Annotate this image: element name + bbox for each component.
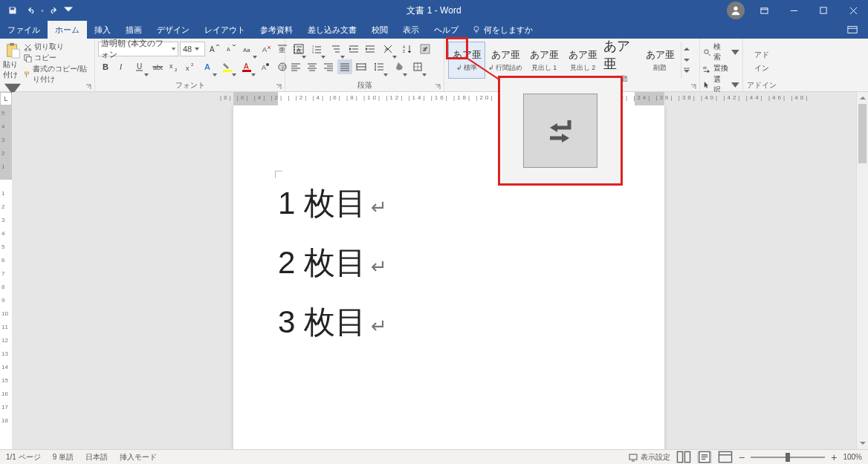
maximize-button[interactable] — [809, 0, 838, 21]
close-button[interactable] — [838, 0, 868, 21]
shrink-font-button[interactable]: A — [223, 42, 238, 56]
character-shading-button[interactable]: A — [257, 59, 272, 74]
superscript-button[interactable]: x2 — [183, 59, 198, 74]
tab-draw[interactable]: 描画 — [118, 21, 149, 39]
replace-button[interactable]: ab置換 — [703, 63, 739, 73]
scroll-down-button[interactable] — [857, 437, 868, 449]
font-size-combo[interactable]: 48 — [180, 42, 205, 56]
shading-button[interactable] — [389, 59, 407, 74]
format-painter-button[interactable]: 書式のコピー/貼り付け — [24, 64, 91, 85]
style-heading2[interactable]: あア亜見出し 2 — [564, 42, 601, 79]
font-launcher[interactable] — [276, 82, 283, 90]
style-title[interactable]: あア亜表題 — [603, 42, 640, 79]
increase-indent-button[interactable] — [363, 42, 378, 56]
tab-view[interactable]: 表示 — [395, 21, 427, 39]
grow-font-button[interactable]: A — [207, 42, 221, 56]
svg-text:Aa: Aa — [243, 47, 250, 53]
ribbon-display-button[interactable] — [749, 0, 779, 21]
tab-design[interactable]: デザイン — [149, 21, 197, 39]
addins-button[interactable]: アドイン — [746, 40, 777, 80]
account-icon[interactable] — [727, 1, 745, 19]
align-center-button[interactable] — [305, 59, 320, 74]
minimize-button[interactable] — [779, 0, 809, 21]
scroll-thumb[interactable] — [858, 104, 867, 163]
multilevel-list-button[interactable] — [327, 42, 345, 56]
status-words[interactable]: 9 単語 — [53, 452, 74, 463]
font-color-button[interactable]: A — [238, 59, 256, 74]
save-button[interactable] — [4, 2, 21, 19]
bold-button[interactable]: B — [98, 59, 113, 74]
zoom-level[interactable]: 100% — [843, 453, 862, 461]
style-subtitle[interactable]: あア亜副題 — [641, 42, 678, 79]
find-button[interactable]: 検索 — [703, 42, 739, 62]
paragraph-launcher[interactable] — [435, 82, 442, 90]
tab-mailings[interactable]: 差し込み文書 — [300, 21, 364, 39]
clipboard-launcher[interactable] — [85, 82, 93, 90]
copy-button[interactable]: コピー — [24, 53, 91, 63]
zoom-in-button[interactable]: + — [831, 451, 837, 463]
align-right-button[interactable] — [321, 59, 336, 74]
paragraph-3[interactable]: 3 枚目↵ — [278, 293, 620, 352]
subscript-button[interactable]: x2 — [166, 59, 181, 74]
vertical-scrollbar[interactable] — [856, 92, 868, 449]
text-effects-button[interactable]: A — [199, 59, 217, 74]
show-marks-button[interactable] — [418, 42, 433, 56]
change-case-button[interactable]: Aa — [239, 42, 257, 56]
styles-launcher[interactable] — [690, 82, 698, 90]
svg-text:U: U — [137, 62, 142, 71]
share-button[interactable] — [841, 21, 864, 39]
view-read-mode[interactable] — [676, 451, 691, 463]
vertical-ruler[interactable]: 54321123456789101112131415161718 — [0, 105, 12, 449]
document-canvas[interactable]: 1 枚目↵ 2 枚目↵ 3 枚目↵ — [12, 105, 868, 449]
numbering-button[interactable]: 123 — [308, 42, 326, 56]
svg-rect-4 — [848, 27, 857, 33]
tab-layout[interactable]: レイアウト — [197, 21, 253, 39]
view-web-layout[interactable] — [718, 451, 733, 463]
strikethrough-button[interactable]: abc — [150, 59, 165, 74]
clear-formatting-button[interactable]: A — [259, 42, 273, 56]
font-name-combo[interactable]: 游明朝 (本文のフォン — [98, 42, 178, 56]
distribute-button[interactable] — [354, 59, 369, 74]
zoom-slider[interactable] — [751, 457, 825, 458]
paragraph-2[interactable]: 2 枚目↵ — [278, 233, 620, 293]
highlight-button[interactable] — [218, 59, 236, 74]
underline-button[interactable]: U — [131, 59, 149, 74]
italic-button[interactable]: I — [114, 59, 129, 74]
asian-layout-button[interactable]: A — [379, 42, 397, 56]
tell-me-search[interactable]: 何をしますか — [466, 21, 539, 39]
redo-button[interactable] — [46, 2, 62, 19]
svg-text:A: A — [244, 62, 249, 71]
tab-home[interactable]: ホーム — [48, 21, 87, 39]
tab-help[interactable]: ヘルプ — [427, 21, 466, 39]
line-spacing-button[interactable] — [370, 59, 388, 74]
svg-rect-11 — [27, 56, 31, 62]
decrease-indent-button[interactable] — [346, 42, 361, 56]
svg-text:字: 字 — [280, 65, 285, 70]
svg-text:Z: Z — [403, 49, 405, 53]
status-page[interactable]: 1/1 ページ — [6, 452, 41, 463]
tab-file[interactable]: ファイル — [0, 21, 48, 39]
qat-customize[interactable] — [64, 2, 73, 19]
tab-review[interactable]: 校閲 — [364, 21, 395, 39]
cut-button[interactable]: 切り取り — [24, 42, 91, 52]
tab-references[interactable]: 参考資料 — [253, 21, 300, 39]
display-settings-button[interactable]: 表示設定 — [629, 452, 670, 463]
status-language[interactable]: 日本語 — [85, 452, 108, 463]
view-print-layout[interactable] — [697, 451, 712, 463]
align-left-button[interactable] — [288, 59, 303, 74]
status-insert-mode[interactable]: 挿入モード — [120, 452, 157, 463]
style-heading1[interactable]: あア亜見出し 1 — [525, 42, 563, 79]
svg-rect-51 — [677, 451, 682, 462]
zoom-out-button[interactable]: − — [739, 451, 745, 463]
scroll-up-button[interactable] — [857, 92, 868, 104]
undo-button[interactable] — [22, 2, 39, 19]
sort-button[interactable]: AZ — [398, 42, 416, 56]
group-clipboard: 貼り付け 切り取り コピー 書式のコピー/貼り付け クリップボード — [0, 39, 95, 91]
align-justify-button[interactable] — [337, 59, 352, 74]
paste-button[interactable]: 貼り付け — [3, 40, 22, 98]
borders-button[interactable] — [409, 59, 427, 74]
styles-gallery-more[interactable] — [681, 42, 691, 79]
bullets-button[interactable] — [288, 42, 306, 56]
horizontal-ruler[interactable]: |8| |6| |4| |2| | |2| |4| |6| |8| |10| |… — [12, 92, 868, 105]
tab-insert[interactable]: 挿入 — [87, 21, 118, 39]
